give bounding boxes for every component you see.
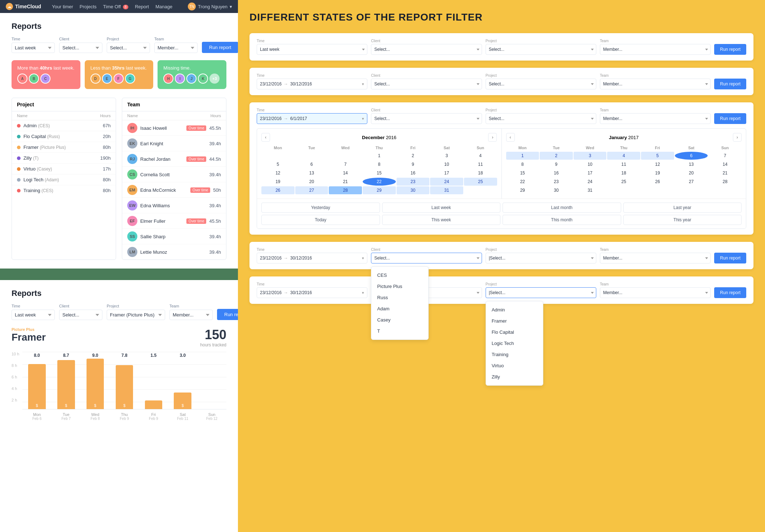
cal-day[interactable]: 9 (397, 160, 430, 168)
fs5-date-range[interactable]: 23/12/2016 → 30/12/2016 ▾ (257, 287, 367, 298)
cal-jan-day-28[interactable]: 28 (708, 178, 742, 186)
dropdown-item-casey[interactable]: Casey (371, 314, 428, 325)
fs5-project-select[interactable]: |Select... (486, 287, 596, 298)
cal-jan-day-26[interactable]: 26 (641, 178, 674, 186)
bar[interactable]: $ (87, 359, 104, 409)
cal-jan-day-27[interactable]: 27 (675, 178, 708, 186)
cal-day[interactable]: 11 (464, 160, 497, 168)
cal-day-22-selected[interactable]: 22 (363, 178, 396, 186)
cal-day[interactable] (295, 152, 328, 160)
dropdown-item-training[interactable]: Training (486, 349, 543, 360)
cal-jan-day-14[interactable]: 14 (708, 160, 742, 168)
fs4-team-select[interactable]: Member... (600, 253, 711, 263)
fs3-project-select[interactable]: Select... (486, 113, 596, 124)
project-select-2[interactable]: Framer (Picture Plus) (107, 310, 165, 320)
cal-jan-day-22[interactable]: 22 (506, 178, 539, 186)
fs3-team-select[interactable]: Member... (600, 113, 711, 124)
team-select-2[interactable]: Member... (169, 310, 213, 320)
cal-jan-day-23[interactable]: 23 (540, 178, 573, 186)
cal-day-25-range[interactable]: 25 (464, 178, 497, 186)
time-select-2[interactable]: Last week (12, 310, 55, 320)
cal-day[interactable]: 18 (464, 169, 497, 177)
team-select[interactable]: Member... (154, 43, 198, 53)
fs1-client-select[interactable]: Select... (371, 44, 482, 55)
dropdown-item-zilly[interactable]: Zilly (486, 371, 543, 382)
cal-day-30-range[interactable]: 30 (397, 186, 430, 194)
fs4-project-select[interactable]: |Select... (486, 253, 596, 263)
fs4-run-button[interactable]: Run report (714, 253, 746, 263)
project-select[interactable]: Select... (107, 43, 150, 53)
dropdown-item-t[interactable]: T (371, 325, 428, 337)
quick-yesterday[interactable]: Yesterday (261, 203, 380, 213)
dec-prev-button[interactable]: ‹ (261, 133, 270, 142)
dropdown-item-ces[interactable]: CES (371, 270, 428, 281)
fs2-date-range[interactable]: 23/12/2016 → 30/12/2016 ▾ (257, 79, 367, 89)
cal-jan-day-20[interactable]: 20 (675, 169, 708, 177)
cal-day-27-range[interactable]: 27 (295, 186, 328, 194)
fs5-run-button[interactable]: Run report (714, 287, 746, 298)
dropdown-item-flo-capital[interactable]: Flo Capital (486, 327, 543, 338)
cal-day[interactable]: 16 (397, 169, 430, 177)
cal-jan-day-21[interactable]: 21 (708, 169, 742, 177)
dropdown-item-adam[interactable]: Adam (371, 303, 428, 314)
bar[interactable]: $ (174, 393, 191, 409)
cal-day[interactable]: 13 (295, 169, 328, 177)
fs1-run-button[interactable]: Run report (714, 44, 746, 55)
cal-jan-day-5[interactable]: 5 (641, 152, 674, 160)
fs1-team-select[interactable]: Member... (600, 44, 711, 55)
cal-day[interactable]: 21 (329, 178, 362, 186)
fs2-team-select[interactable]: Member... (600, 79, 711, 89)
jan-next-button[interactable]: › (733, 133, 742, 142)
bar[interactable]: $ (116, 365, 133, 409)
quick-this-year[interactable]: This year (623, 215, 742, 225)
bar[interactable]: $ (57, 360, 75, 409)
fs3-date-range[interactable]: 23/12/2016 → 6/1/2017 ▾ (257, 113, 367, 124)
cal-jan-day-24[interactable]: 24 (574, 178, 607, 186)
fs1-project-select[interactable]: Select... (486, 44, 596, 55)
cal-day-26-range[interactable]: 26 (261, 186, 295, 194)
cal-jan-day-1[interactable]: 1 (506, 152, 539, 160)
fs2-client-select[interactable]: Select... (371, 79, 482, 89)
cal-jan-day-17[interactable]: 17 (574, 169, 607, 177)
cal-jan-day-6-selected[interactable]: 6 (675, 152, 708, 160)
fs4-client-select[interactable]: Select... (371, 253, 482, 263)
dropdown-item-framer[interactable]: Framer (486, 315, 543, 327)
cal-day[interactable]: 15 (363, 169, 396, 177)
cal-day[interactable] (261, 152, 295, 160)
cal-jan-day-30[interactable]: 30 (540, 186, 573, 194)
cal-jan-day-10[interactable]: 10 (574, 160, 607, 168)
dropdown-item-logic-tech[interactable]: Logic Tech (486, 338, 543, 349)
cal-jan-day-15[interactable]: 15 (506, 169, 539, 177)
quick-last-year[interactable]: Last year (623, 203, 742, 213)
time-select[interactable]: Last week (12, 43, 55, 53)
cal-day[interactable]: 8 (363, 160, 396, 168)
quick-this-month[interactable]: This month (503, 215, 621, 225)
dropdown-item-virtuo[interactable]: Virtuo (486, 360, 543, 371)
cal-jan-day-16[interactable]: 16 (540, 169, 573, 177)
cal-day-23-range[interactable]: 23 (397, 178, 430, 186)
quick-last-week[interactable]: Last week (382, 203, 501, 213)
cal-day[interactable]: 14 (329, 169, 362, 177)
cal-day-29-range[interactable]: 29 (363, 186, 396, 194)
cal-jan-day-25[interactable]: 25 (607, 178, 640, 186)
nav-report[interactable]: Report (135, 4, 149, 9)
cal-day[interactable]: 6 (295, 160, 328, 168)
cal-day[interactable] (329, 152, 362, 160)
fs2-run-button[interactable]: Run report (714, 79, 746, 89)
cal-jan-day-4[interactable]: 4 (607, 152, 640, 160)
fs3-run-button[interactable]: Run report (714, 113, 746, 124)
cal-day[interactable]: 17 (430, 169, 463, 177)
cal-jan-day-29[interactable]: 29 (506, 186, 539, 194)
cal-day[interactable]: 1 (363, 152, 396, 160)
cal-day[interactable]: 10 (430, 160, 463, 168)
dropdown-item-russ[interactable]: Russ (371, 292, 428, 303)
bar[interactable]: $ (28, 364, 46, 409)
cal-jan-day-13[interactable]: 13 (675, 160, 708, 168)
cal-day-28-range[interactable]: 28 (329, 186, 362, 194)
quick-today[interactable]: Today (261, 215, 380, 225)
nav-your-timer[interactable]: Your timer (52, 4, 73, 9)
fs5-team-select[interactable]: Member... (600, 287, 711, 298)
cal-jan-day-7[interactable]: 7 (708, 152, 742, 160)
fs3-client-select[interactable]: Select... (371, 113, 482, 124)
cal-jan-day-2[interactable]: 2 (540, 152, 573, 160)
